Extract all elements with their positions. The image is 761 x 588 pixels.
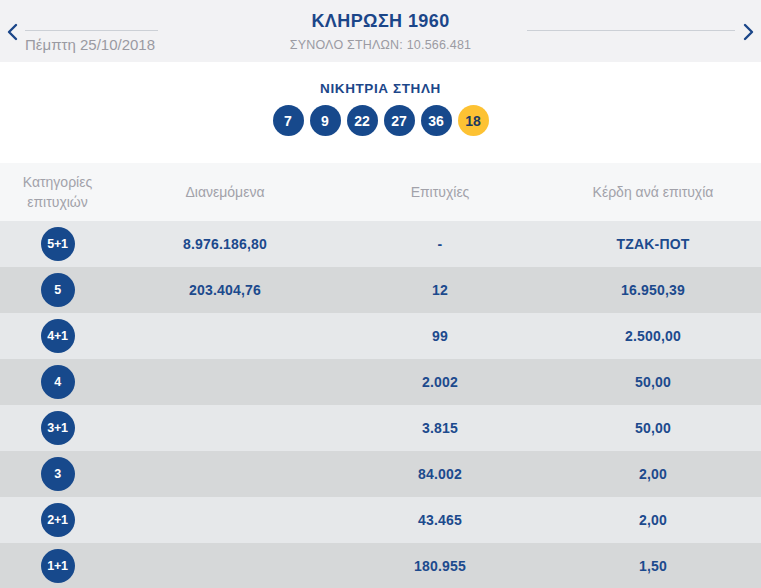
cell-prize: ΤΖΑΚ-ΠΟΤ xyxy=(545,236,761,252)
category-badge: 3 xyxy=(41,457,75,491)
column-header-prize: Κέρδη ανά επιτυχία xyxy=(545,182,761,202)
cell-category: 2+1 xyxy=(0,503,115,537)
winning-number-ball: 7 xyxy=(273,105,304,136)
cell-prize: 2,00 xyxy=(545,512,761,528)
table-row: 3+13.81550,00 xyxy=(0,405,761,451)
cell-distributed: 203.404,76 xyxy=(115,282,335,298)
cell-category: 4 xyxy=(0,365,115,399)
category-badge: 2+1 xyxy=(41,503,75,537)
winning-column-title: ΝΙΚΗΤΡΙΑ ΣΤΗΛΗ xyxy=(0,81,761,96)
table-row: 5203.404,761216.950,39 xyxy=(0,267,761,313)
table-row: 5+18.976.186,80-ΤΖΑΚ-ΠΟΤ xyxy=(0,221,761,267)
category-badge: 5+1 xyxy=(41,227,75,261)
category-badge: 5 xyxy=(41,273,75,307)
joker-number-ball: 18 xyxy=(458,105,489,136)
table-row: 1+1180.9551,50 xyxy=(0,543,761,588)
draw-title: ΚΛΗΡΩΣΗ 1960 xyxy=(0,11,761,32)
winning-number-ball: 27 xyxy=(384,105,415,136)
next-draw-button[interactable] xyxy=(739,22,759,42)
draw-heading: ΚΛΗΡΩΣΗ 1960 ΣΥΝΟΛΟ ΣΤΗΛΩΝ: 10.566.481 xyxy=(0,11,761,52)
cell-prize: 50,00 xyxy=(545,374,761,390)
cell-category: 5+1 xyxy=(0,227,115,261)
category-badge: 1+1 xyxy=(41,549,75,583)
winning-number-ball: 9 xyxy=(310,105,341,136)
table-row: 42.00250,00 xyxy=(0,359,761,405)
chevron-right-icon xyxy=(743,23,755,41)
winning-number-ball: 36 xyxy=(421,105,452,136)
cell-prize: 2.500,00 xyxy=(545,328,761,344)
column-header-distributed: Διανεμόμενα xyxy=(115,182,335,202)
category-badge: 4 xyxy=(41,365,75,399)
cell-winners: 43.465 xyxy=(335,512,545,528)
cell-winners: 12 xyxy=(335,282,545,298)
cell-winners: 99 xyxy=(335,328,545,344)
column-header-winners: Επιτυχίες xyxy=(335,182,545,202)
total-columns-label: ΣΥΝΟΛΟ ΣΤΗΛΩΝ: xyxy=(290,38,403,52)
cell-winners: 2.002 xyxy=(335,374,545,390)
cell-distributed: 8.976.186,80 xyxy=(115,236,335,252)
category-badge: 4+1 xyxy=(41,319,75,353)
results-rows: 5+18.976.186,80-ΤΖΑΚ-ΠΟΤ5203.404,761216.… xyxy=(0,221,761,588)
cell-category: 3+1 xyxy=(0,411,115,445)
category-badge: 3+1 xyxy=(41,411,75,445)
table-row: 2+143.4652,00 xyxy=(0,497,761,543)
column-header-categories: Κατηγορίες επιτυχιών xyxy=(0,172,115,213)
cell-prize: 16.950,39 xyxy=(545,282,761,298)
cell-winners: 3.815 xyxy=(335,420,545,436)
cell-prize: 2,00 xyxy=(545,466,761,482)
table-row: 4+1992.500,00 xyxy=(0,313,761,359)
draw-results-page: Πέμπτη 25/10/2018 ΚΛΗΡΩΣΗ 1960 ΣΥΝΟΛΟ ΣΤ… xyxy=(0,0,761,588)
cell-category: 5 xyxy=(0,273,115,307)
cell-prize: 50,00 xyxy=(545,420,761,436)
winning-numbers: 7922273618 xyxy=(0,105,761,136)
cell-category: 3 xyxy=(0,457,115,491)
winning-column-section: ΝΙΚΗΤΡΙΑ ΣΤΗΛΗ 7922273618 xyxy=(0,62,761,163)
total-columns-value: 10.566.481 xyxy=(407,38,472,52)
cell-winners: - xyxy=(335,236,545,252)
cell-category: 4+1 xyxy=(0,319,115,353)
cell-winners: 180.955 xyxy=(335,558,545,574)
draw-header: Πέμπτη 25/10/2018 ΚΛΗΡΩΣΗ 1960 ΣΥΝΟΛΟ ΣΤ… xyxy=(0,0,761,62)
cell-category: 1+1 xyxy=(0,549,115,583)
results-table: Κατηγορίες επιτυχιών Διανεμόμενα Επιτυχί… xyxy=(0,163,761,588)
total-columns: ΣΥΝΟΛΟ ΣΤΗΛΩΝ: 10.566.481 xyxy=(0,38,761,52)
results-table-header: Κατηγορίες επιτυχιών Διανεμόμενα Επιτυχί… xyxy=(0,163,761,221)
next-draw-area xyxy=(527,30,735,31)
cell-prize: 1,50 xyxy=(545,558,761,574)
cell-winners: 84.002 xyxy=(335,466,545,482)
right-divider xyxy=(527,30,735,31)
table-row: 384.0022,00 xyxy=(0,451,761,497)
winning-number-ball: 22 xyxy=(347,105,378,136)
